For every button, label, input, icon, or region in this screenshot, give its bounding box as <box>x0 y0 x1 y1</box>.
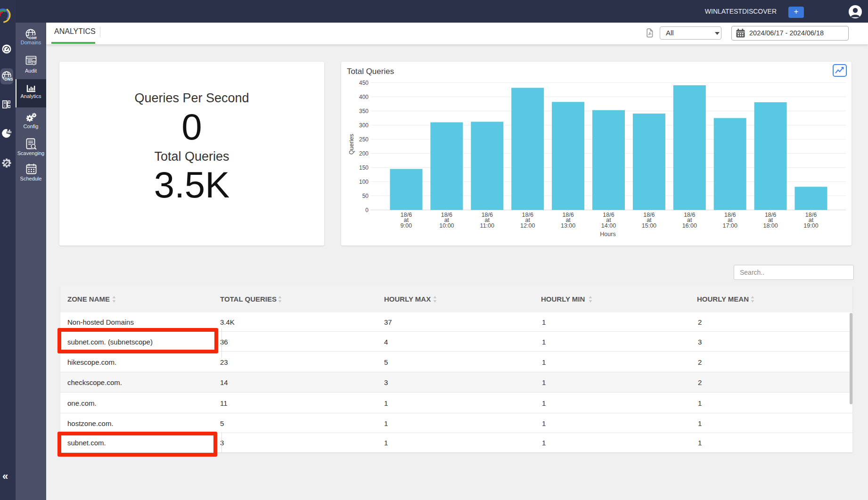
svg-text:450: 450 <box>359 80 368 86</box>
svg-text:15:00: 15:00 <box>642 222 656 229</box>
svg-text:100: 100 <box>359 179 368 185</box>
svg-text:12:00: 12:00 <box>520 222 535 229</box>
svg-text:10:00: 10:00 <box>439 222 454 229</box>
svg-text:300: 300 <box>359 122 368 129</box>
svg-text:200: 200 <box>359 150 368 157</box>
svg-text:9:00: 9:00 <box>401 222 412 229</box>
svg-text:16:00: 16:00 <box>682 222 697 229</box>
svg-text:13:00: 13:00 <box>561 222 575 229</box>
svg-text:350: 350 <box>359 108 368 115</box>
svg-text:400: 400 <box>359 94 368 100</box>
svg-text:19:00: 19:00 <box>803 222 818 229</box>
svg-text:14:00: 14:00 <box>601 222 616 229</box>
svg-text:DNS: DNS <box>5 77 13 82</box>
svg-text:17:00: 17:00 <box>723 222 737 229</box>
svg-text:11:00: 11:00 <box>480 222 494 229</box>
svg-text:250: 250 <box>359 136 368 143</box>
svg-text:0: 0 <box>365 207 368 213</box>
svg-text:18:00: 18:00 <box>763 222 778 229</box>
svg-text:50: 50 <box>362 193 369 199</box>
svg-text:Hours: Hours <box>600 231 615 238</box>
svg-text:150: 150 <box>359 164 368 171</box>
svg-text:Queries: Queries <box>348 134 355 155</box>
svg-text:com: com <box>29 35 37 40</box>
